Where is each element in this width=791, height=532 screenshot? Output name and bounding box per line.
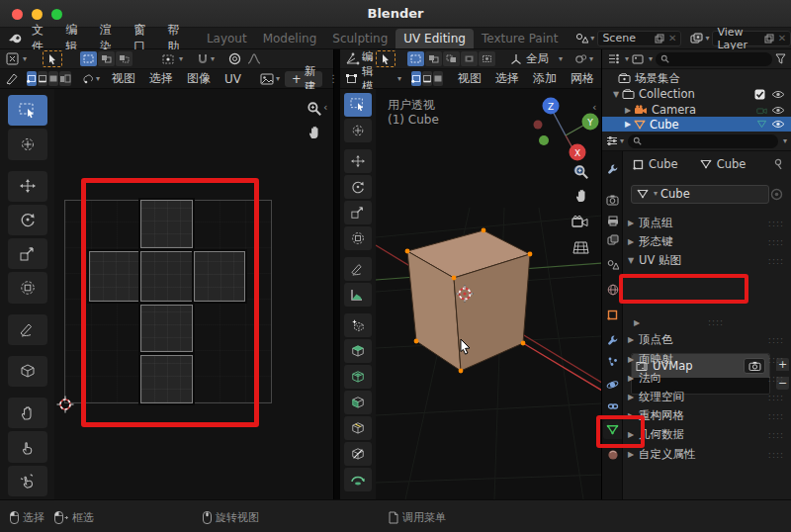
workspace-tab-layout[interactable]: Layout	[199, 29, 255, 48]
edit-mode-icon[interactable]	[345, 73, 358, 85]
collection-checkbox[interactable]	[754, 89, 765, 100]
uv-zoom-icon[interactable]	[307, 101, 322, 121]
transform-orientation-value[interactable]: 全局	[526, 51, 549, 66]
breadcrumb-object-name[interactable]: Cube	[649, 157, 678, 171]
uv-pan-hand-icon[interactable]	[308, 125, 322, 143]
uv-snap-magnet-icon[interactable]	[197, 53, 209, 65]
uv-falloff-curve-icon[interactable]	[247, 53, 261, 64]
properties-options-chevron-icon[interactable]: ▾	[783, 137, 787, 145]
vp-tool-loop-cut[interactable]	[344, 416, 372, 440]
panel-vertex-colors[interactable]: ▶顶点色::::	[623, 330, 791, 349]
vp-tool-cursor[interactable]	[344, 119, 372, 142]
panel-face-maps[interactable]: ▶面映射::::	[623, 350, 791, 369]
orientation-chevron-icon[interactable]: ▾	[559, 55, 563, 63]
vp-menu-select[interactable]: 选择	[495, 70, 519, 87]
vertex-select-mode-button[interactable]	[411, 71, 421, 86]
uv-menu-image[interactable]: 图像	[187, 70, 211, 87]
tab-view-layer[interactable]	[603, 230, 622, 249]
tab-output[interactable]	[603, 212, 622, 230]
tab-object[interactable]	[603, 306, 622, 324]
uv-menu-select[interactable]: 选择	[149, 70, 173, 87]
uv-tool-rotate[interactable]	[8, 205, 47, 235]
uv-select-mode-new-button[interactable]	[80, 51, 97, 66]
view-layer-chevron-icon[interactable]: ▾	[705, 35, 709, 43]
vp-snap-chevron-icon[interactable]: ▾	[589, 55, 593, 63]
vp-select-mode-subtract-button[interactable]	[443, 51, 460, 66]
vp-orthographic-toggle-icon[interactable]	[572, 239, 589, 258]
outliner-row-cube[interactable]: ▶ Cube	[602, 117, 791, 132]
uv-tool-pinch[interactable]	[8, 466, 47, 496]
vp-sidebar-collapse-icon[interactable]: ‹	[592, 101, 596, 114]
vp-menu-mesh[interactable]: 网格	[571, 70, 594, 87]
vp-tool-select-box[interactable]	[344, 93, 372, 117]
pin-icon[interactable]	[773, 158, 783, 170]
edge-select-mode-button[interactable]	[422, 71, 432, 86]
panel-normals[interactable]: ▶法向::::	[623, 369, 791, 388]
camera-expand-icon[interactable]: ▶	[622, 106, 634, 115]
outliner-search-input[interactable]	[656, 52, 772, 66]
vp-canvas[interactable]: 用户透视 (1) Cube Z Y X	[376, 89, 601, 499]
vp-tool-scale[interactable]	[344, 201, 372, 224]
uv-tool-transform[interactable]	[8, 272, 47, 303]
mode-chevron-icon[interactable]: ▾	[397, 75, 401, 83]
copy-scene-icon[interactable]	[655, 34, 664, 44]
panel-custom-properties[interactable]: ▶自定义属性::::	[623, 445, 791, 464]
vp-tool-measure[interactable]	[344, 283, 372, 307]
vp-tool-inset-faces[interactable]	[344, 365, 372, 389]
cube-visibility-eye-icon[interactable]	[771, 120, 785, 129]
vp-tool-extrude-region[interactable]	[344, 339, 372, 363]
tab-physics[interactable]	[603, 375, 622, 394]
uv-active-tool-select-box[interactable]	[43, 50, 62, 67]
transform-orientation-icon[interactable]	[510, 53, 522, 65]
vp-tool-move[interactable]	[344, 149, 372, 173]
copy-view-layer-icon[interactable]	[764, 34, 774, 44]
uv-sticky-chevron-icon[interactable]: ▾	[96, 75, 100, 83]
panel-remesh[interactable]: ▶重构网格::::	[623, 406, 791, 425]
outliner-filter-chevron-icon[interactable]: ▾	[649, 55, 653, 63]
browse-image-icon[interactable]	[260, 73, 274, 85]
tab-particles[interactable]	[603, 352, 622, 371]
vp-select-mode-extend-button[interactable]	[425, 51, 442, 66]
fake-user-icon[interactable]	[770, 188, 783, 201]
workspace-tab-texture-paint[interactable]: Texture Paint	[474, 29, 566, 48]
properties-editor-type-icon[interactable]	[606, 135, 618, 146]
uv-vertex-select-button[interactable]	[27, 71, 37, 86]
panel-geometry-data[interactable]: ▶几何数据::::	[623, 425, 791, 444]
outliner-row-collection[interactable]: ▼ Collection	[602, 86, 791, 102]
uv-select-mode-subtract-button[interactable]	[116, 51, 132, 66]
uv-tool-annotate[interactable]	[8, 314, 47, 345]
uv-editor-type-icon[interactable]	[6, 52, 21, 65]
collection-expand-icon[interactable]: ▼	[610, 90, 622, 99]
breadcrumb-data-name[interactable]: Cube	[717, 157, 747, 171]
uv-edge-select-button[interactable]	[38, 71, 47, 86]
vp-tool-rotate[interactable]	[344, 175, 372, 199]
uv-maps-subpanel-collapsed[interactable]: ▶::::	[623, 314, 791, 330]
workspace-tab-modeling[interactable]: Modeling	[255, 29, 325, 48]
blender-logo-icon[interactable]	[8, 32, 23, 44]
uv-tool-rip-region[interactable]	[8, 356, 47, 387]
outliner-funnel-icon[interactable]	[775, 53, 786, 64]
view-layer-icon[interactable]	[690, 33, 703, 44]
properties-search-input[interactable]	[628, 134, 778, 148]
scene-selector[interactable]: Scene ✕	[597, 31, 681, 46]
new-image-button[interactable]: +新建	[285, 71, 322, 87]
vp-editor-type-icon[interactable]	[345, 52, 360, 65]
cube-expand-icon[interactable]: ▶	[622, 120, 634, 129]
workspace-tab-uv-editing[interactable]: UV Editing	[396, 29, 474, 48]
panel-uv-maps[interactable]: ▼UV 贴图::::	[623, 251, 791, 270]
uv-face-select-button[interactable]	[48, 71, 58, 86]
uv-island-select-button[interactable]	[59, 71, 71, 86]
outliner-display-chevron-icon[interactable]: ▾	[625, 55, 629, 63]
uv-header-grip-icon[interactable]: ⋮	[328, 73, 338, 84]
uv-pivot-chevron-icon[interactable]: ▾	[179, 55, 183, 63]
uv-pivot-point-button[interactable]	[159, 51, 176, 66]
uv-menu-view[interactable]: 视图	[112, 70, 135, 87]
remove-view-layer-icon[interactable]: ✕	[778, 33, 786, 44]
vp-select-mode-invert-button[interactable]	[461, 51, 478, 66]
vp-camera-view-icon[interactable]	[571, 214, 589, 232]
uv-tool-cursor[interactable]	[8, 129, 47, 159]
uv-tool-relax[interactable]	[8, 431, 47, 462]
tab-scene[interactable]	[603, 255, 622, 274]
uv-tool-select-box[interactable]	[8, 95, 47, 126]
uv-sidebar-collapse-icon[interactable]: ‹	[323, 101, 327, 114]
